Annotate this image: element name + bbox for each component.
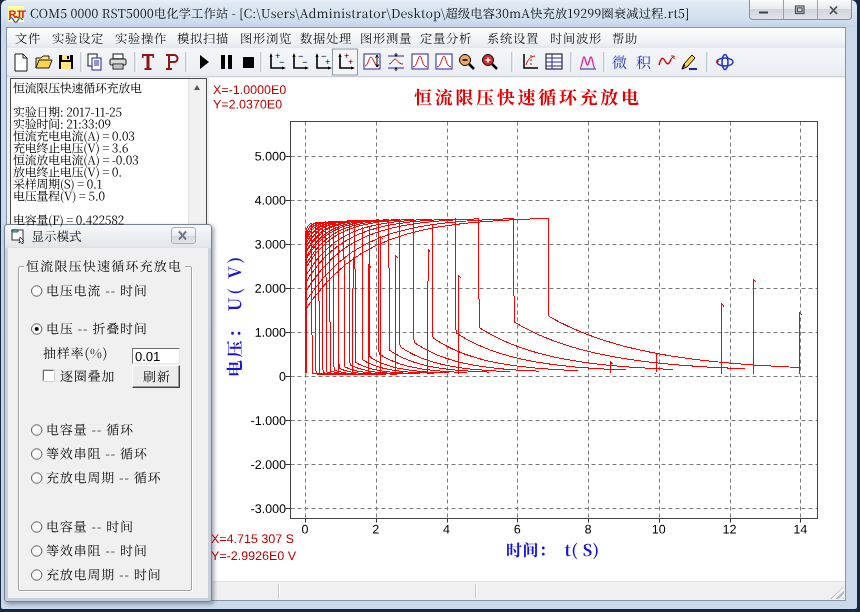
svg-text:+: +	[325, 57, 330, 67]
svg-text:+: +	[348, 57, 353, 67]
svg-text:−: −	[302, 57, 307, 67]
svg-text:−: −	[279, 57, 284, 67]
